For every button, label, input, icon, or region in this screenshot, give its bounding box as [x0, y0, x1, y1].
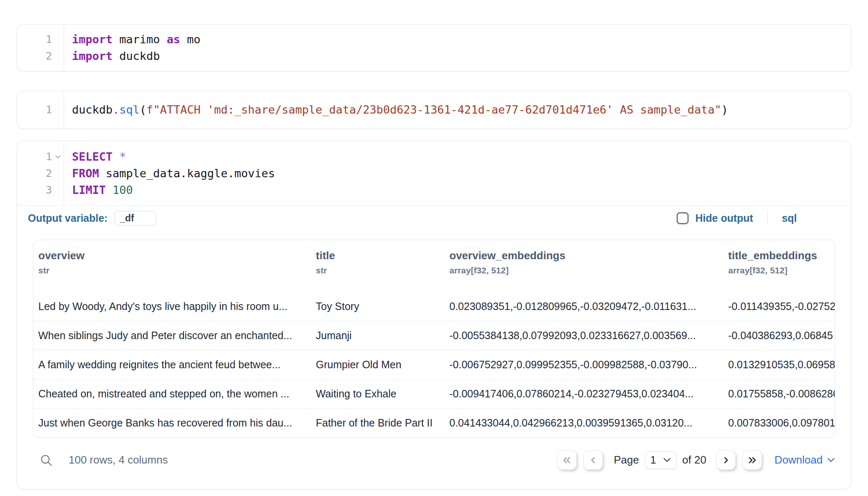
column-dtype: str [38, 265, 306, 275]
code-line-text[interactable]: duckdb.sql(f"ATTACH 'md:_share/sample_da… [64, 102, 851, 118]
output-variable-input[interactable] [114, 211, 156, 226]
line-number: 3 [17, 182, 52, 198]
code-token: ) [722, 103, 728, 116]
code-token: LIMIT [72, 184, 106, 196]
code-token: "ATTACH 'md:_share/sample_data/23b0d623-… [153, 103, 721, 116]
chevron-down-icon [827, 457, 835, 463]
fold-gutter [52, 102, 64, 118]
marimo-notebook: 1import marimo as mo2import duckdb 1duck… [0, 24, 868, 489]
output-bar: Output variable: Hide output sql [17, 206, 851, 231]
code-token: 100 [113, 184, 133, 196]
column-name: title_embeddings [728, 249, 830, 262]
cell-overview: Just when George Banks has recovered fro… [33, 409, 311, 438]
fold-gutter [52, 182, 64, 198]
download-label: Download [774, 454, 823, 466]
table-header-row: overviewstrtitlestroverview_embeddingsar… [33, 240, 835, 292]
page-number-select[interactable]: 1 [645, 451, 677, 469]
last-page-button[interactable] [742, 450, 762, 470]
code-token: duckdb [72, 103, 113, 116]
vertical-divider [767, 211, 768, 226]
hide-output-checkbox[interactable] [677, 212, 689, 224]
code-editor[interactable]: 1duckdb.sql(f"ATTACH 'md:_share/sample_d… [17, 91, 851, 129]
table-row: A family wedding reignites the ancient f… [33, 350, 835, 379]
table-row: When siblings Judy and Peter discover an… [33, 321, 835, 350]
cell-title: Grumpier Old Men [311, 350, 444, 379]
cell-title_embeddings: -0.040386293,0.06845 [723, 321, 835, 350]
code-line-text[interactable]: FROM sample_data.kaggle.movies [64, 165, 851, 182]
line-number: 1 [17, 149, 52, 165]
code-token: sql [119, 103, 140, 116]
previous-page-button[interactable] [583, 450, 603, 470]
code-line: 1import marimo as mo [17, 31, 851, 48]
column-name: overview_embeddings [449, 249, 718, 262]
column-header-overview_embeddings[interactable]: overview_embeddingsarray[f32, 512] [444, 240, 723, 292]
cell-overview: A family wedding reignites the ancient f… [33, 350, 311, 379]
table-row: Led by Woody, Andy's toys live happily i… [33, 292, 835, 321]
code-token: sample_data.kaggle.movies [99, 167, 275, 180]
code-line-text[interactable]: SELECT * [64, 149, 851, 165]
column-dtype: str [316, 265, 439, 275]
cell-title: Father of the Bride Part II [311, 409, 444, 438]
row-count-status: 100 rows, 4 columns [69, 454, 168, 466]
search-button[interactable] [38, 452, 55, 469]
code-token: import [72, 33, 113, 46]
cell-overview_embeddings: 0.023089351,-0.012809965,-0.03209472,-0.… [444, 292, 723, 321]
line-number: 2 [17, 165, 52, 182]
search-icon [39, 453, 53, 467]
line-number: 1 [17, 31, 52, 48]
code-token [113, 150, 119, 163]
cell-overview_embeddings: 0.041433044,0.042966213,0.0039591365,0.0… [444, 409, 723, 438]
code-line: 2FROM sample_data.kaggle.movies [17, 165, 851, 182]
fold-chevron-icon[interactable] [52, 149, 64, 165]
first-page-button[interactable] [557, 450, 577, 470]
code-line: 2import duckdb [17, 48, 851, 64]
code-editor[interactable]: 1import marimo as mo2import duckdb [17, 25, 851, 71]
table-row: Just when George Banks has recovered fro… [33, 409, 835, 438]
fold-gutter [52, 31, 64, 48]
chevron-left-icon [588, 455, 598, 465]
code-token: as [167, 33, 181, 46]
code-cell-imports: 1import marimo as mo2import duckdb [17, 24, 851, 72]
table-body: Led by Woody, Andy's toys live happily i… [33, 292, 835, 437]
cell-title_embeddings: 0.0132910535,0.06958 [723, 350, 835, 379]
next-page-button[interactable] [716, 450, 736, 470]
cell-title_embeddings: 0.01755858,-0.0086286 [723, 379, 835, 409]
table-footer: 100 rows, 4 columns Page 1 [33, 450, 835, 470]
cell-title: Jumanji [311, 321, 444, 350]
cell-title: Toy Story [311, 292, 444, 321]
code-line-text[interactable]: LIMIT 100 [64, 182, 851, 198]
column-header-title[interactable]: titlestr [311, 240, 444, 292]
column-dtype: array[f32, 512] [728, 265, 830, 275]
code-token: ( [140, 103, 146, 116]
chevron-down-icon [663, 457, 671, 463]
code-token: import [72, 50, 113, 62]
code-line-text[interactable]: import marimo as mo [64, 31, 851, 48]
code-line: 3LIMIT 100 [17, 182, 851, 198]
column-header-overview[interactable]: overviewstr [33, 240, 311, 292]
cell-overview: When siblings Judy and Peter discover an… [33, 321, 311, 350]
gutter-divider [64, 25, 64, 71]
code-token: f [146, 103, 153, 116]
fold-gutter [52, 165, 64, 182]
code-editor[interactable]: 1SELECT *2FROM sample_data.kaggle.movies… [17, 141, 851, 205]
chevron-right-icon [721, 455, 731, 465]
download-button[interactable]: Download [774, 454, 835, 466]
hide-output-label[interactable]: Hide output [695, 212, 753, 224]
double-chevron-right-icon [746, 455, 758, 465]
code-token: * [119, 150, 126, 163]
language-badge: sql [782, 212, 797, 224]
page-label: Page [614, 454, 639, 466]
sql-cell: 1SELECT *2FROM sample_data.kaggle.movies… [17, 141, 851, 489]
code-line-text[interactable]: import duckdb [64, 48, 851, 64]
code-token [106, 184, 112, 196]
cell-overview: Cheated on, mistreated and stepped on, t… [33, 379, 311, 409]
column-header-title_embeddings[interactable]: title_embeddingsarray[f32, 512] [723, 240, 835, 292]
code-line: 1duckdb.sql(f"ATTACH 'md:_share/sample_d… [17, 102, 851, 118]
code-token: . [113, 103, 119, 116]
cell-overview_embeddings: -0.006752927,0.099952355,-0.009982588,-0… [444, 350, 723, 379]
output-bar-right: Hide output sql [677, 211, 840, 226]
cell-title_embeddings: -0.011439355,-0.02752 [723, 292, 835, 321]
cell-overview: Led by Woody, Andy's toys live happily i… [33, 292, 311, 321]
dataframe-table: overviewstrtitlestroverview_embeddingsar… [33, 240, 835, 438]
code-cell-attach-db: 1duckdb.sql(f"ATTACH 'md:_share/sample_d… [17, 91, 851, 129]
